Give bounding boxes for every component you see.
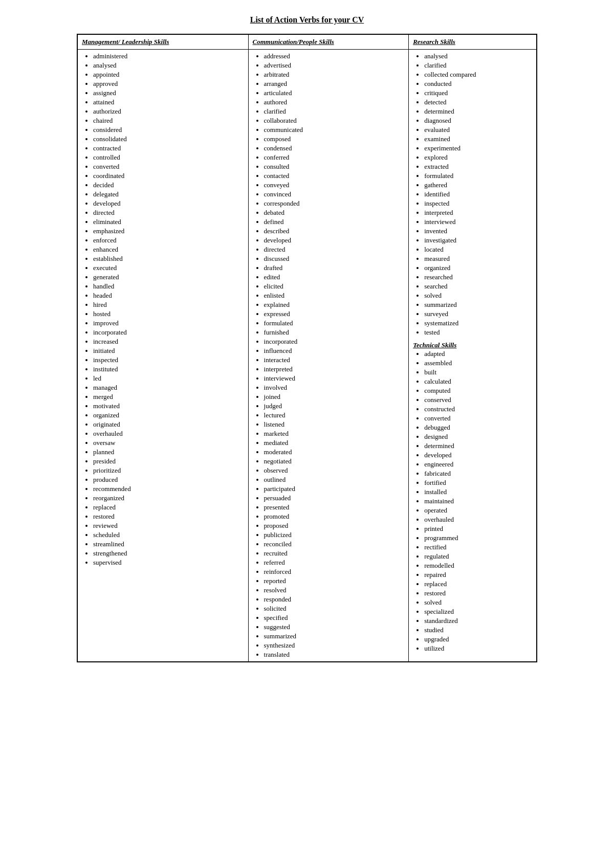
- list-item: systematized: [424, 319, 532, 328]
- list-item: assembled: [424, 359, 532, 368]
- list-item: detected: [424, 98, 532, 107]
- list-item: upgraded: [424, 635, 532, 644]
- list-item: recruited: [264, 549, 405, 558]
- list-item: hosted: [93, 309, 244, 319]
- list-item: extracted: [424, 162, 532, 171]
- list-item: fortified: [424, 478, 532, 487]
- list-item: collaborated: [264, 116, 405, 125]
- list-item: generated: [93, 273, 244, 282]
- list-item: incorporated: [93, 328, 244, 337]
- list-item: tested: [424, 328, 532, 337]
- list-item: executed: [93, 263, 244, 273]
- list-item: emphasized: [93, 227, 244, 236]
- list-item: experimented: [424, 144, 532, 153]
- list-item: restored: [424, 589, 532, 598]
- list-item: overhauled: [424, 515, 532, 524]
- table-container: Management/ Leadership Skills Communicat…: [77, 34, 537, 662]
- list-item: directed: [93, 208, 244, 217]
- list-item: consolidated: [93, 135, 244, 144]
- list-item: determined: [424, 441, 532, 451]
- list-item: interpreted: [424, 208, 532, 217]
- list-item: drafted: [264, 263, 405, 273]
- list-item: operated: [424, 506, 532, 515]
- list-item: searched: [424, 282, 532, 291]
- list-item: established: [93, 254, 244, 263]
- list-item: specified: [264, 613, 405, 622]
- page-title: List of Action Verbs for your CV: [77, 15, 537, 25]
- list-item: maintained: [424, 497, 532, 506]
- list-item: recommended: [93, 484, 244, 494]
- list-item: enforced: [93, 236, 244, 245]
- list-item: convinced: [264, 190, 405, 199]
- list-item: presented: [264, 503, 405, 512]
- list-item: conveyed: [264, 181, 405, 190]
- list-item: managed: [93, 383, 244, 392]
- list-item: interpreted: [264, 365, 405, 374]
- list-item: approved: [93, 79, 244, 88]
- list-item: analysed: [424, 52, 532, 61]
- list-item: overhauled: [93, 429, 244, 438]
- list-item: specialized: [424, 607, 532, 616]
- list-item: moderated: [264, 448, 405, 457]
- list-item: replaced: [93, 503, 244, 512]
- list-item: supervised: [93, 558, 244, 567]
- list-item: incorporated: [264, 337, 405, 346]
- list-item: explored: [424, 153, 532, 162]
- list-item: reinforced: [264, 567, 405, 576]
- col-research: analysedclarifiedcollected comparedcondu…: [409, 50, 537, 662]
- list-item: restored: [93, 512, 244, 521]
- list-item: decided: [93, 181, 244, 190]
- list-item: expressed: [264, 309, 405, 319]
- page: List of Action Verbs for your CV Managem…: [77, 15, 537, 662]
- list-item: controlled: [93, 153, 244, 162]
- list-item: headed: [93, 291, 244, 300]
- list-item: planned: [93, 448, 244, 457]
- list-item: summarized: [264, 632, 405, 641]
- list-item: referred: [264, 558, 405, 567]
- list-item: addressed: [264, 52, 405, 61]
- list-item: solved: [424, 598, 532, 607]
- list-item: originated: [93, 420, 244, 429]
- list-item: arbitrated: [264, 70, 405, 79]
- col-header-management: Management/ Leadership Skills: [78, 35, 249, 50]
- list-item: contracted: [93, 144, 244, 153]
- list-item: printed: [424, 524, 532, 533]
- list-item: located: [424, 245, 532, 254]
- list-item: interacted: [264, 355, 405, 365]
- list-item: solicited: [264, 604, 405, 613]
- list-item: publicized: [264, 530, 405, 540]
- list-item: suggested: [264, 622, 405, 632]
- list-item: promoted: [264, 512, 405, 521]
- list-item: clarified: [264, 107, 405, 116]
- list-item: discussed: [264, 254, 405, 263]
- list-item: constructed: [424, 405, 532, 414]
- list-item: researched: [424, 273, 532, 282]
- list-item: motivated: [93, 402, 244, 411]
- list-item: reviewed: [93, 521, 244, 530]
- list-item: authorized: [93, 107, 244, 116]
- list-item: formulated: [424, 171, 532, 181]
- list-item: organized: [93, 411, 244, 420]
- list-item: inspected: [424, 199, 532, 208]
- list-item: converted: [93, 162, 244, 171]
- list-item: built: [424, 368, 532, 377]
- list-item: responded: [264, 595, 405, 604]
- list-item: solved: [424, 291, 532, 300]
- list-item: described: [264, 227, 405, 236]
- communication-list: addressedadvertisedarbitratedarrangedart…: [253, 52, 405, 659]
- list-item: developed: [264, 236, 405, 245]
- list-item: gathered: [424, 181, 532, 190]
- list-item: clarified: [424, 61, 532, 70]
- list-item: utilized: [424, 644, 532, 653]
- list-item: elicited: [264, 282, 405, 291]
- list-item: proposed: [264, 521, 405, 530]
- list-item: strengthened: [93, 549, 244, 558]
- list-item: computed: [424, 386, 532, 395]
- list-item: participated: [264, 484, 405, 494]
- list-item: increased: [93, 337, 244, 346]
- list-item: examined: [424, 135, 532, 144]
- col-communication: addressedadvertisedarbitratedarrangedart…: [248, 50, 409, 662]
- list-item: installed: [424, 487, 532, 497]
- list-item: chaired: [93, 116, 244, 125]
- list-item: appointed: [93, 70, 244, 79]
